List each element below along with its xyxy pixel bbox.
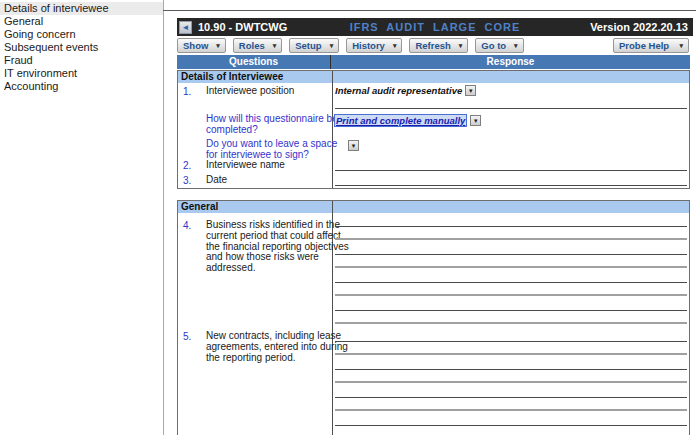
section-general: General 4. Business risks identified in … [177, 200, 690, 435]
ruled-response-line[interactable] [335, 328, 687, 342]
sidebar-item-general[interactable]: General [0, 15, 163, 28]
ruled-response-line[interactable] [335, 241, 687, 255]
sidebar-item-going-concern[interactable]: Going concern [0, 28, 163, 41]
probe-help-label: Probe Help [619, 40, 669, 51]
chevron-down-icon: ▾ [216, 42, 220, 50]
chevron-down-icon: ▾ [459, 42, 463, 50]
sub-question-text: How will this questionnaire be completed… [206, 114, 338, 136]
ruled-response-line[interactable] [335, 412, 687, 426]
chevron-down-icon: ▾ [393, 42, 397, 50]
ruled-response-line[interactable] [335, 384, 687, 398]
sidebar-item-accounting[interactable]: Accounting [0, 80, 163, 93]
sidebar-divider [163, 0, 164, 435]
response-underline[interactable] [335, 170, 687, 171]
dropdown-button[interactable]: ▾ [465, 85, 476, 96]
ruled-response-line[interactable] [335, 213, 687, 227]
question-text: Business risks identified in the current… [206, 220, 356, 274]
toolbar: Show ▾ Roles ▾ Setup ▾ History ▾ Refresh… [177, 38, 693, 54]
history-menu-label: History [352, 40, 385, 51]
questionnaire-completion-response: Print and complete manually ▾ [334, 114, 481, 127]
sub-question-text: Do you want to leave a space for intervi… [206, 139, 338, 161]
document-title: 10.90 - DWTCWG [198, 21, 287, 33]
probe-help-button[interactable]: Probe Help ▾ [613, 38, 689, 53]
back-icon[interactable]: ◄ [179, 21, 192, 34]
question-number: 5. [183, 331, 191, 342]
dropdown-button[interactable]: ▾ [348, 140, 359, 151]
sidebar-item-it-environment[interactable]: IT environment [0, 67, 163, 80]
document-titlebar: ◄ 10.90 - DWTCWG IFRS AUDIT LARGE CORE V… [177, 18, 693, 36]
ruled-response-line[interactable] [335, 255, 687, 268]
sidebar-item-details-of-interviewee[interactable]: Details of interviewee [0, 2, 163, 15]
question-text: Interviewee name [206, 160, 326, 171]
response-underline[interactable] [335, 185, 687, 186]
section-title: General [178, 201, 689, 213]
ruled-response-line[interactable] [335, 269, 687, 283]
ruled-response-line[interactable] [335, 370, 687, 383]
section-title: Details of Interviewee [178, 71, 689, 83]
question-number: 1. [183, 86, 191, 97]
question-text: Date [206, 175, 326, 186]
refresh-menu-button[interactable]: Refresh ▾ [409, 38, 468, 53]
goto-menu-button[interactable]: Go to ▾ [475, 38, 523, 53]
version-label: Version 2022.20.13 [590, 21, 688, 33]
refresh-menu-label: Refresh [415, 40, 450, 51]
question-number: 3. [183, 175, 191, 186]
questions-column-header: Questions [177, 55, 331, 69]
show-menu-button[interactable]: Show ▾ [177, 38, 226, 53]
questionnaire-completion-value[interactable]: Print and complete manually [334, 114, 467, 127]
response-lines[interactable] [335, 328, 687, 426]
ruled-response-line[interactable] [335, 227, 687, 240]
response-column-header: Response [331, 55, 690, 69]
ruled-response-line[interactable] [335, 398, 687, 411]
ruled-response-line[interactable] [335, 311, 687, 324]
dropdown-button[interactable]: ▾ [470, 115, 481, 126]
question-text: Interviewee position [206, 86, 326, 97]
ruled-response-line[interactable] [335, 297, 687, 311]
ruled-response-line[interactable] [335, 342, 687, 355]
roles-menu-label: Roles [239, 40, 265, 51]
sidebar: Details of interviewee General Going con… [0, 0, 163, 435]
interviewee-position-response: Internal audit representative ▾ [335, 85, 476, 96]
history-menu-button[interactable]: History ▾ [346, 38, 402, 53]
setup-menu-label: Setup [295, 40, 321, 51]
response-lines[interactable] [335, 213, 687, 325]
ruled-response-line[interactable] [335, 283, 687, 296]
chevron-down-icon: ▾ [679, 42, 683, 50]
interviewee-position-value: Internal audit representative [335, 85, 462, 96]
question-number: 4. [183, 220, 191, 231]
roles-menu-button[interactable]: Roles ▾ [233, 38, 282, 53]
question-number: 2. [183, 160, 191, 171]
grid-header: Questions Response [177, 55, 690, 69]
chevron-down-icon: ▾ [514, 42, 518, 50]
show-menu-label: Show [183, 40, 208, 51]
response-underline[interactable] [335, 108, 687, 109]
ruled-response-line[interactable] [335, 356, 687, 370]
frame-top-line [163, 10, 696, 11]
sidebar-item-subsequent-events[interactable]: Subsequent events [0, 41, 163, 54]
section-details-of-interviewee: Details of Interviewee 1. Interviewee po… [177, 70, 690, 189]
sign-space-response: ▾ [348, 140, 359, 151]
sidebar-item-fraud[interactable]: Fraud [0, 54, 163, 67]
app-window: Details of interviewee General Going con… [0, 0, 696, 435]
question-text: New contracts, including lease agreement… [206, 331, 351, 363]
chevron-down-icon: ▾ [330, 42, 334, 50]
goto-menu-label: Go to [481, 40, 506, 51]
setup-menu-button[interactable]: Setup ▾ [289, 38, 339, 53]
chevron-down-icon: ▾ [273, 42, 277, 50]
